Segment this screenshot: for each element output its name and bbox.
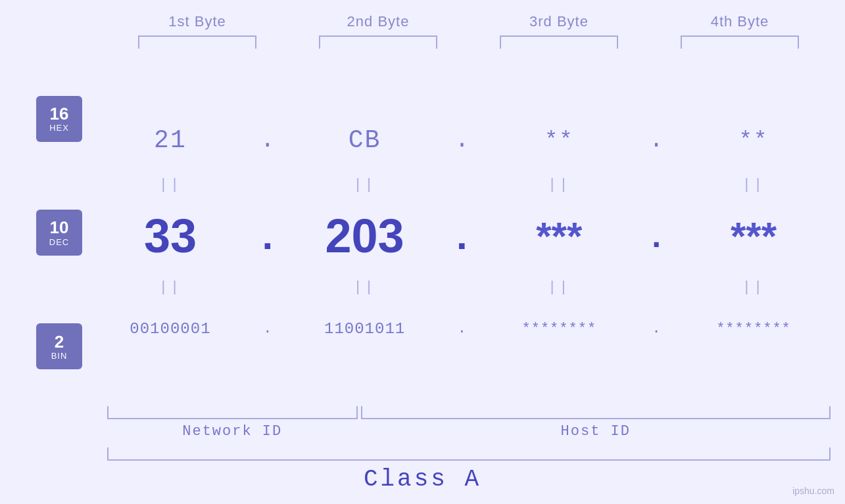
sep-row-2: || || || ||	[92, 275, 832, 299]
bin-b1-cell: 00100001	[98, 320, 243, 338]
dec-b1-value: 33	[144, 210, 197, 262]
network-id-label: Network ID	[107, 423, 358, 440]
hex-b3-value: **	[544, 127, 574, 152]
bottom-brackets	[107, 406, 831, 419]
sep-row-1: || || || ||	[92, 173, 832, 196]
byte3-bracket	[500, 35, 618, 49]
bin-b4-cell: ********	[681, 321, 826, 337]
dec-b2-cell: 203	[293, 209, 437, 263]
bin-b3-cell: ********	[487, 321, 631, 337]
dec-b1-cell: 33	[98, 209, 243, 263]
byte3-header: 3rd Byte	[487, 13, 631, 30]
watermark: ipshu.com	[792, 486, 834, 496]
dec-b4-cell: ***	[681, 214, 826, 259]
hex-row: 21 . CB . ** . **	[92, 107, 832, 173]
hex-badge: 16 HEX	[36, 96, 82, 142]
outer-bracket	[107, 447, 831, 461]
byte1-header: 1st Byte	[125, 13, 270, 30]
hex-dot2: .	[448, 127, 475, 154]
sep1-b3: ||	[487, 177, 631, 193]
byte4-header: 4th Byte	[667, 13, 812, 30]
badges-column: 16 HEX 10 DEC 2 BIN	[0, 62, 92, 403]
bin-badge-num: 2	[55, 332, 64, 352]
bin-b2-value: 11001011	[324, 320, 405, 338]
sep1-b1: ||	[98, 177, 243, 193]
byte2-bracket	[319, 35, 437, 49]
byte2-header: 2nd Byte	[306, 13, 450, 30]
bin-b2-cell: 11001011	[293, 320, 437, 338]
hex-badge-label: HEX	[49, 123, 69, 133]
dec-b4-value: ***	[731, 214, 777, 258]
class-label: Class A	[364, 466, 481, 493]
byte1-bracket	[138, 35, 256, 49]
dec-row: 33 . 203 . *** . ***	[92, 196, 832, 275]
hex-dot3: .	[643, 127, 669, 154]
bin-b4-value: ********	[716, 321, 791, 337]
hex-b1-value: 21	[154, 126, 187, 154]
dec-dot1: .	[254, 216, 281, 256]
dec-badge-label: DEC	[49, 237, 69, 247]
id-labels-row: Network ID Host ID	[107, 423, 831, 440]
sep2-b3: ||	[487, 279, 631, 296]
byte-headers-row: 1st Byte 2nd Byte 3rd Byte 4th Byte	[107, 13, 831, 30]
hex-b1-cell: 21	[98, 126, 243, 154]
bin-dot1: .	[254, 321, 281, 337]
outer-bracket-row	[107, 447, 831, 461]
byte4-bracket	[681, 35, 799, 49]
hex-b4-cell: **	[681, 127, 826, 152]
main-content: 16 HEX 10 DEC 2 BIN 21 .	[0, 62, 845, 403]
bin-b1-value: 00100001	[130, 320, 210, 338]
class-row: Class A	[0, 466, 845, 493]
dec-badge-num: 10	[50, 218, 69, 237]
sep2-b1: ||	[98, 279, 243, 296]
hex-b2-cell: CB	[293, 126, 437, 154]
bin-badge: 2 BIN	[36, 323, 82, 369]
ip-grid: 21 . CB . ** . **	[92, 107, 845, 358]
network-bracket	[107, 406, 358, 419]
host-bracket	[361, 406, 830, 419]
dec-b3-cell: ***	[487, 214, 631, 259]
bracket-row	[107, 35, 831, 49]
sep1-b4: ||	[681, 177, 826, 193]
host-id-label: Host ID	[361, 423, 830, 440]
dec-badge: 10 DEC	[36, 210, 82, 256]
hex-b2-value: CB	[349, 126, 381, 154]
main-container: 1st Byte 2nd Byte 3rd Byte 4th Byte 16 H…	[0, 0, 845, 504]
dec-b2-value: 203	[326, 210, 404, 262]
bin-dot2: .	[448, 321, 475, 337]
bin-row: 00100001 . 11001011 . ******** .	[92, 299, 832, 358]
dec-dot2: .	[448, 216, 475, 256]
hex-b3-cell: **	[487, 127, 631, 152]
sep2-b2: ||	[293, 279, 437, 296]
bin-dot3: .	[643, 321, 669, 337]
dec-b3-value: ***	[536, 214, 582, 258]
bin-b3-value: ********	[521, 321, 596, 337]
hex-badge-num: 16	[50, 104, 69, 124]
hex-b4-value: **	[739, 127, 769, 152]
sep2-b4: ||	[681, 279, 826, 296]
hex-dot1: .	[254, 127, 281, 154]
bin-badge-label: BIN	[51, 351, 68, 361]
dec-dot3: .	[643, 210, 669, 262]
sep1-b2: ||	[293, 177, 437, 193]
